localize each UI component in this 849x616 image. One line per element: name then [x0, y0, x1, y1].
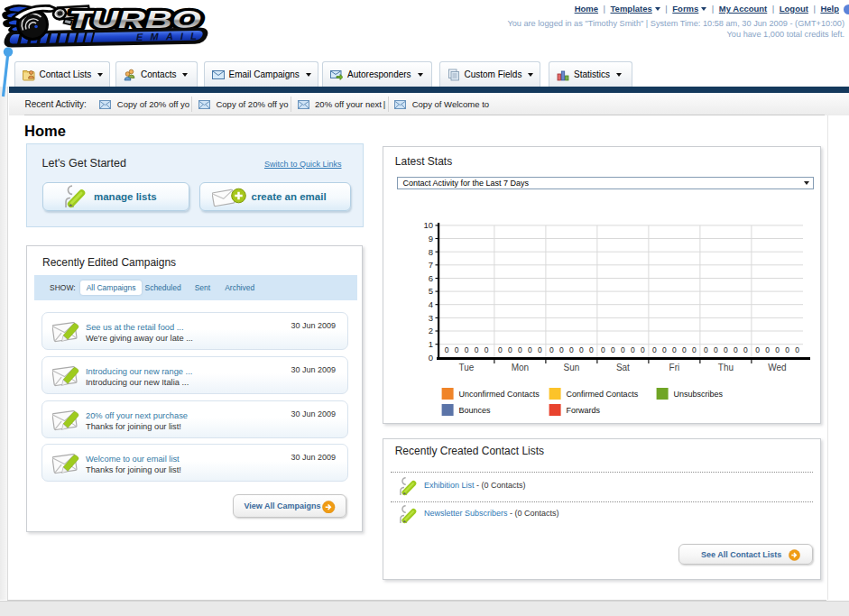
svg-text:9: 9: [429, 234, 433, 244]
svg-text:0: 0: [465, 345, 469, 354]
svg-text:Tue: Tue: [459, 363, 475, 372]
svg-text:Sat: Sat: [616, 363, 630, 372]
svg-text:Unconfirmed Contacts: Unconfirmed Contacts: [459, 390, 540, 399]
svg-text:4: 4: [429, 299, 433, 309]
svg-text:3: 3: [429, 313, 433, 323]
svg-text:Sun: Sun: [564, 363, 580, 372]
svg-text:6: 6: [429, 273, 433, 283]
svg-text:0: 0: [455, 345, 459, 354]
svg-text:0: 0: [445, 345, 449, 354]
svg-text:7: 7: [429, 260, 433, 270]
svg-text:0: 0: [429, 353, 433, 363]
svg-text:10: 10: [424, 220, 434, 230]
svg-text:Confirmed Contacts: Confirmed Contacts: [567, 390, 639, 399]
svg-text:Thu: Thu: [718, 363, 734, 372]
svg-text:Fri: Fri: [669, 363, 680, 372]
svg-text:0: 0: [484, 345, 489, 354]
svg-text:2: 2: [429, 326, 433, 336]
svg-text:Wed: Wed: [769, 363, 787, 372]
svg-text:Bounces: Bounces: [459, 406, 492, 415]
svg-text:5: 5: [429, 287, 433, 297]
svg-text:0: 0: [475, 345, 479, 354]
svg-text:8: 8: [429, 247, 433, 257]
svg-text:1: 1: [429, 339, 433, 349]
svg-text:Mon: Mon: [512, 363, 529, 372]
svg-text:Forwards: Forwards: [567, 406, 601, 415]
svg-text:Unsubscribes: Unsubscribes: [674, 390, 724, 399]
